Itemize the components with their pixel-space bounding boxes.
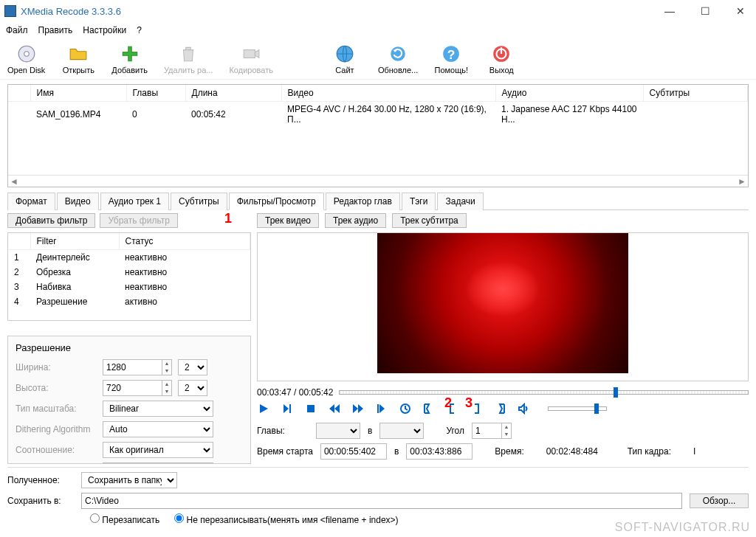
timeline-slider[interactable]	[339, 390, 749, 395]
help-icon: ?	[441, 44, 461, 64]
menu-settings[interactable]: Настройки	[83, 25, 126, 35]
tool-open[interactable]: Открыть	[61, 44, 95, 75]
trash-icon	[178, 44, 199, 64]
tool-exit[interactable]: Выход	[484, 44, 518, 75]
toolbar: Open Disk Открыть Добавить Удалить ра...…	[0, 38, 756, 80]
save-path-input[interactable]	[81, 493, 682, 509]
table-row: 2Обрезканеактивно	[8, 265, 250, 280]
folder-icon	[68, 44, 89, 64]
tab-jobs[interactable]: Задачи	[437, 193, 483, 210]
tab-filters[interactable]: Фильтры/Просмотр	[229, 193, 324, 210]
errors-input[interactable]	[103, 462, 213, 464]
menubar: Файл Править Настройки ?	[0, 22, 756, 38]
add-filter-button[interactable]: Добавить фильтр	[7, 213, 95, 228]
height-extra-select[interactable]: 2	[178, 380, 207, 396]
rewind-icon[interactable]	[328, 402, 341, 415]
start-time-input[interactable]	[320, 443, 387, 460]
refresh-icon	[388, 44, 408, 64]
tab-audio[interactable]: Аудио трек 1	[100, 193, 169, 210]
tab-tags[interactable]: Тэги	[402, 193, 436, 210]
scale-select[interactable]: Bilinear	[103, 401, 213, 417]
plus-icon	[120, 44, 140, 64]
play-icon[interactable]	[257, 402, 270, 415]
aspect-select[interactable]: Как оригинал	[103, 442, 213, 458]
tabs: Формат Видео Аудио трек 1 Субтитры Фильт…	[7, 192, 749, 210]
clock-icon[interactable]	[399, 402, 412, 415]
tool-update[interactable]: Обновле...	[378, 44, 418, 75]
tool-site[interactable]: Сайт	[328, 44, 362, 75]
window-title: XMedia Recode 3.3.3.6	[21, 6, 121, 17]
chapters-to-select[interactable]	[379, 423, 424, 439]
table-row: 4Разрешениеактивно	[8, 294, 250, 309]
table-row: 3Набивканеактивно	[8, 280, 250, 294]
file-table[interactable]: Имя Главы Длина Видео Аудио Субтитры SAM…	[8, 85, 748, 127]
bracket-left-icon[interactable]	[446, 402, 459, 415]
tool-open-disk[interactable]: Open Disk	[7, 44, 45, 75]
menu-help[interactable]: ?	[137, 25, 142, 35]
width-input[interactable]	[103, 359, 162, 375]
tool-help[interactable]: ?Помощь!	[434, 44, 468, 75]
fastforward-icon[interactable]	[351, 402, 365, 415]
spinner[interactable]: ▲▼	[162, 380, 172, 396]
resolution-title: Разрешение	[16, 342, 243, 353]
tab-video[interactable]: Видео	[57, 193, 99, 210]
overwrite-radio[interactable]: Перезаписать	[90, 513, 159, 525]
preview-image	[377, 233, 628, 373]
table-row[interactable]: SAM_0196.MP4 0 00:05:42 MPEG-4 AVC / H.2…	[8, 102, 748, 128]
browse-button[interactable]: Обзор...	[690, 493, 749, 508]
minimize-button[interactable]: —	[659, 4, 681, 18]
end-time-input[interactable]	[406, 443, 472, 460]
svg-point-1	[24, 51, 29, 56]
bracket-right-icon[interactable]	[470, 402, 483, 415]
close-button[interactable]: ✕	[729, 4, 752, 18]
mark-out-icon[interactable]	[493, 402, 506, 415]
no-overwrite-radio[interactable]: Не перезаписывать(менять имя <filename +…	[174, 513, 398, 525]
app-icon	[4, 5, 16, 17]
track-video-button[interactable]: Трек видео	[257, 213, 319, 228]
svg-rect-9	[501, 47, 502, 54]
preview-pane	[257, 232, 749, 381]
stop-icon[interactable]	[304, 402, 317, 415]
titlebar: XMedia Recode 3.3.3.6 — ☐ ✕	[0, 0, 756, 22]
angle-input[interactable]	[472, 423, 501, 439]
volume-slider[interactable]	[548, 406, 607, 411]
width-extra-select[interactable]: 2	[178, 359, 207, 375]
disc-icon	[16, 44, 37, 64]
table-row: 1Деинтерлейснеактивно	[8, 250, 250, 266]
track-audio-button[interactable]: Трек аудио	[325, 213, 386, 228]
power-icon	[491, 44, 512, 64]
volume-icon[interactable]	[517, 402, 530, 415]
tool-remove: Удалить ра...	[164, 44, 213, 75]
tool-add[interactable]: Добавить	[111, 44, 148, 75]
resolution-panel: Разрешение Ширина: ▲▼ 2 Высота: ▲▼ 2 Тип…	[7, 336, 251, 464]
camera-icon	[241, 44, 261, 64]
menu-edit[interactable]: Править	[38, 25, 73, 35]
hscrollbar[interactable]: ◄►	[8, 175, 748, 187]
bottom-panel: Полученное: Сохранить в папку Сохранить …	[7, 467, 749, 525]
tab-format[interactable]: Формат	[7, 193, 55, 210]
watermark: SOFT-NAVIGATOR.RU	[615, 521, 750, 534]
svg-text:?: ?	[447, 46, 456, 61]
svg-rect-10	[307, 405, 315, 412]
remove-filter-button: Убрать фильтр	[100, 213, 177, 228]
svg-rect-2	[244, 49, 255, 58]
next-icon[interactable]	[281, 402, 294, 415]
file-list-panel: Имя Главы Длина Видео Аудио Субтитры SAM…	[7, 84, 749, 187]
tab-subtitles[interactable]: Субтитры	[171, 193, 227, 210]
tool-encode: Кодировать	[229, 44, 272, 75]
spinner[interactable]: ▲▼	[162, 359, 172, 375]
received-select[interactable]: Сохранить в папку	[81, 472, 177, 488]
spinner[interactable]: ▲▼	[501, 423, 512, 439]
chapters-from-select[interactable]	[316, 423, 360, 439]
tab-chapters[interactable]: Редактор глав	[326, 193, 400, 210]
track-subtitle-button[interactable]: Трек субтитра	[392, 213, 467, 228]
height-input[interactable]	[103, 380, 162, 396]
dither-select[interactable]: Auto	[103, 421, 213, 437]
step-icon[interactable]	[375, 402, 388, 415]
svg-rect-11	[377, 404, 379, 413]
globe-icon	[334, 44, 355, 64]
menu-file[interactable]: Файл	[6, 25, 28, 35]
filter-table[interactable]: FilterСтатус 1Деинтерлейснеактивно 2Обре…	[7, 232, 251, 321]
maximize-button[interactable]: ☐	[694, 4, 716, 18]
mark-in-icon[interactable]	[422, 402, 436, 415]
